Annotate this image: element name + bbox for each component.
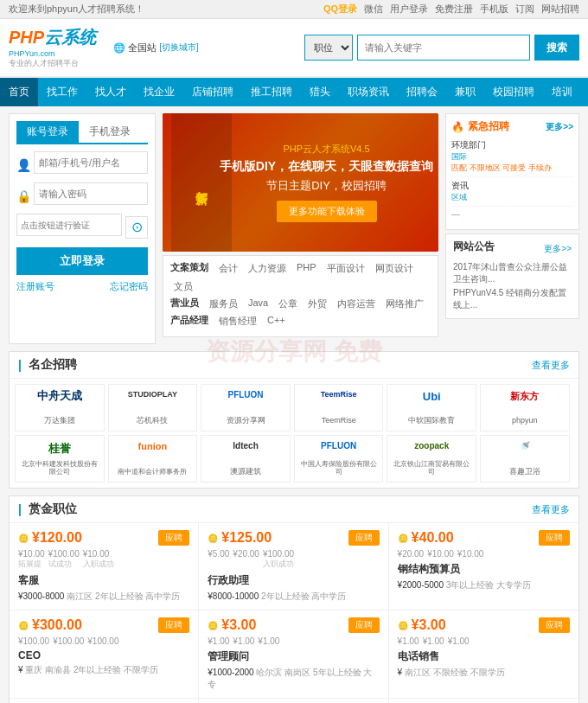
apply-btn-6[interactable]: 应聘 (539, 617, 570, 633)
notice-item-2[interactable]: PHPYunV4.5 经销商分发配置线上... (453, 287, 572, 311)
register-link-login[interactable]: 注册账号 (16, 280, 54, 293)
company-guiyu[interactable]: 桂誉 北京中科建发科技股份有限公司 (15, 435, 105, 483)
nav-item-findcompany[interactable]: 找企业 (135, 78, 183, 106)
apply-btn-4[interactable]: 应聘 (158, 617, 189, 633)
logo-tagline: 专业的人才招聘平台 (9, 58, 79, 69)
company-xiqu[interactable]: 🚿 喜趣卫浴 (480, 435, 570, 483)
job-card-6: 🪙 ¥3.00 应聘 ¥1.00 ¥1.00 ¥1.00 电话销售 ¥ 南江区 … (389, 610, 578, 699)
search-type-select[interactable]: 职位 公司 人才 (304, 35, 353, 61)
cat-clerk[interactable]: 文员 (170, 279, 196, 294)
tab-account-login[interactable]: 账号登录 (16, 121, 79, 143)
apply-btn-1[interactable]: 应聘 (158, 530, 189, 546)
cat-php[interactable]: PHP (293, 261, 320, 276)
search-input[interactable] (357, 35, 530, 61)
cat-webdesign[interactable]: 网页设计 (372, 261, 417, 276)
job-bonuses-5: ¥1.00 ¥1.00 ¥1.00 (208, 636, 379, 646)
login-button[interactable]: 立即登录 (16, 247, 148, 275)
nav-item-store[interactable]: 店铺招聘 (183, 78, 242, 106)
cat-java[interactable]: Java (245, 297, 272, 311)
cat-gongzhang[interactable]: 公章 (275, 297, 301, 311)
company-pfluon2[interactable]: PFLUON 中国人寿保险股份有限公司 (294, 435, 384, 483)
cat-content[interactable]: 内容运营 (334, 297, 379, 311)
company-ubi[interactable]: Ubi 中软国际教育 (387, 384, 476, 431)
cat-design[interactable]: 平面设计 (323, 261, 368, 276)
urgent-jobs-box: 🔥 紧急招聘 更多>> 环境部门 国际 匹配 不限地区 可接受 手续办 资讯 区… (445, 113, 579, 230)
job-title-6[interactable]: 电话销售 (398, 649, 570, 664)
verify-input[interactable] (16, 214, 122, 236)
apply-btn-5[interactable]: 应聘 (348, 617, 380, 633)
job-title-4[interactable]: CEO (18, 649, 189, 661)
apply-btn-3[interactable]: 应聘 (539, 530, 570, 546)
urgent-job-3[interactable]: — (451, 209, 573, 221)
nav-item-push[interactable]: 推工招聘 (242, 78, 301, 106)
job-title-5[interactable]: 管理顾问 (208, 649, 379, 664)
job-bonuses-2: ¥5.00 ¥20.00 ¥100.00入职成功 (208, 549, 379, 570)
nav-item-news[interactable]: 职场资讯 (339, 78, 398, 106)
search-button[interactable]: 搜索 (534, 35, 579, 61)
cat-salesmgr[interactable]: 销售经理 (215, 314, 260, 329)
subscribe-link[interactable]: 订阅 (515, 3, 534, 16)
jobs-section-more[interactable]: 查看更多 (532, 503, 570, 516)
company-teemrise[interactable]: TeemRise TeemRise (294, 384, 384, 431)
notice-item-1[interactable]: 2017年沭山普查公众注册公益卫生咨询... (453, 261, 572, 285)
job-salary-5: ¥3.00 (221, 617, 256, 633)
famous-companies-more[interactable]: 查看更多 (532, 359, 570, 372)
cat-waiter[interactable]: 服务员 (206, 297, 241, 311)
lock-icon: 🔒 (16, 189, 31, 203)
notice-more-link[interactable]: 更多>> (544, 243, 572, 255)
qq-login-link[interactable]: QQ登录 (323, 3, 357, 16)
content-top-row: 账号登录 手机登录 👤 🔒 ⊙ 立即登录 注册账号 (9, 113, 579, 344)
urgent-job-1[interactable]: 环境部门 国际 匹配 不限地区 可接受 手续办 (451, 139, 573, 177)
cat-netpromo[interactable]: 网络推广 (382, 297, 427, 311)
company-zhongzhoutableau[interactable]: 中舟天成 万达集团 (15, 384, 105, 431)
main-content: 账号登录 手机登录 👤 🔒 ⊙ 立即登录 注册账号 (0, 106, 588, 703)
company-xindongfang[interactable]: 新东方 phpyun (480, 384, 570, 431)
logo-url: PHPYun.com (9, 49, 55, 58)
job-title-2[interactable]: 行政助理 (208, 573, 379, 588)
cat-accounting[interactable]: 会计 (215, 261, 241, 276)
company-ldtech[interactable]: ldtech 澳源建筑 (201, 435, 291, 483)
job-meta-2: ¥8000-10000 2年以上经验 高中学历 (208, 591, 379, 603)
verify-icon[interactable]: ⊙ (125, 216, 148, 239)
nav-item-campus[interactable]: 校园招聘 (484, 78, 543, 106)
nav-item-train[interactable]: 培训 (543, 78, 581, 106)
cat-hr[interactable]: 人力资源 (245, 261, 290, 276)
location-change[interactable]: [切换城市] (159, 42, 199, 54)
job-meta-6: ¥ 南江区 不限经验 不限学历 (398, 667, 570, 679)
nav-item-fair[interactable]: 招聘会 (398, 78, 446, 106)
company-funion[interactable]: funion 南中道和会计师事务所 (108, 435, 198, 483)
job-meta-4: ¥ 重庆 南渝县 2年以上经验 不限学历 (18, 664, 189, 676)
job-title-1[interactable]: 客服 (18, 573, 189, 588)
job-title-3[interactable]: 钢结构预算员 (398, 562, 570, 577)
company-studioplay[interactable]: STUDIOPLAY 芯机科技 (108, 384, 198, 431)
wechat-link[interactable]: 微信 (364, 3, 383, 16)
tab-mobile-login[interactable]: 手机登录 (79, 121, 141, 143)
location-area[interactable]: 🌐 全国站 [切换城市] (113, 42, 199, 54)
nav-item-home[interactable]: 首页 (0, 78, 38, 106)
password-input[interactable] (34, 182, 148, 205)
nav-item-findjob[interactable]: 找工作 (38, 78, 86, 106)
urgent-more-link[interactable]: 更多>> (546, 121, 573, 133)
company-pfluon1[interactable]: PFLUON 资源分享网 (201, 384, 291, 431)
logo: PHP 云系统 PHPYun.com 专业的人才招聘平台 (9, 26, 96, 69)
nav-item-findtalent[interactable]: 找人才 (86, 78, 135, 106)
mobile-link[interactable]: 手机版 (480, 3, 508, 16)
banner-button[interactable]: 更多功能下载体验 (277, 201, 377, 222)
user-login-link[interactable]: 用户登录 (390, 3, 428, 16)
cat-cpp[interactable]: C++ (264, 314, 289, 329)
top-bar-links: QQ登录 微信 用户登录 免费注册 手机版 订阅 网站招聘 (323, 3, 579, 16)
jobs-section-title: 赏金职位 (18, 502, 77, 517)
cat-row-3: 产品经理 销售经理 C++ (170, 314, 431, 329)
company-zoopack[interactable]: zoopack 北京铁山江南贸易有限公司 (387, 435, 476, 483)
nav-item-headhunter[interactable]: 猎头 (301, 78, 339, 106)
urgent-job-2[interactable]: 资讯 区域 (451, 180, 573, 207)
cat-trade[interactable]: 外贸 (304, 297, 330, 311)
forgot-password-link[interactable]: 忘记密码 (110, 280, 148, 293)
coin-icon-2: 🪙 (208, 534, 218, 543)
nav-item-eval[interactable]: 测评 (581, 78, 588, 106)
site-recruit-link[interactable]: 网站招聘 (541, 3, 579, 16)
username-input[interactable] (34, 151, 148, 174)
apply-btn-2[interactable]: 应聘 (348, 530, 380, 546)
register-link[interactable]: 免费注册 (435, 3, 473, 16)
nav-item-parttime[interactable]: 兼职 (446, 78, 484, 106)
